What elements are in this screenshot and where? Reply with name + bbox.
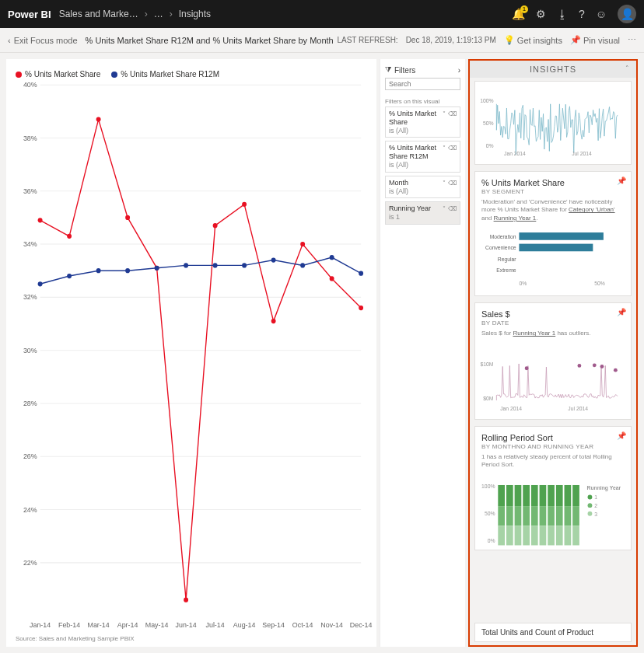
chevron-down-icon: ˅ — [443, 110, 446, 118]
filter-item[interactable]: Running Yearis 1˅⌫ — [385, 201, 460, 225]
help-icon[interactable]: ? — [579, 8, 585, 20]
svg-text:Jul 2014: Jul 2014 — [568, 405, 588, 410]
line-chart[interactable]: 40%38%36%34%32%30%28%26%24%22%Jan-14Feb-… — [16, 82, 369, 632]
notifications-icon[interactable]: 🔔1 — [512, 8, 525, 20]
insight-card-footer[interactable]: Total Units and Count of Product — [474, 623, 632, 642]
svg-point-118 — [588, 512, 593, 516]
svg-rect-83 — [506, 485, 513, 506]
get-insights-button[interactable]: 💡Get insights — [504, 35, 562, 45]
svg-rect-85 — [506, 526, 513, 546]
breadcrumb-item[interactable]: Sales and Marke… — [59, 9, 138, 19]
legend-swatch-icon — [16, 72, 22, 78]
chart-legend: % Units Market Share % Units Market Shar… — [16, 70, 369, 79]
svg-text:Mar-14: Mar-14 — [88, 621, 110, 629]
legend-item: % Units Market Share — [16, 70, 100, 79]
chevron-right-icon: › — [170, 9, 173, 19]
svg-point-116 — [588, 504, 593, 508]
svg-rect-82 — [498, 526, 505, 546]
svg-point-33 — [67, 234, 72, 239]
svg-point-43 — [359, 306, 363, 310]
breadcrumb-item[interactable]: … — [154, 9, 163, 19]
pin-icon[interactable]: 📌 — [617, 176, 626, 185]
breadcrumb-item[interactable]: Insights — [179, 9, 211, 19]
svg-rect-100 — [548, 526, 555, 546]
svg-point-38 — [213, 223, 218, 228]
insight-card[interactable]: 100%50%0%Jan 2014Jul 2014 — [474, 81, 632, 165]
svg-point-54 — [330, 255, 334, 260]
svg-point-39 — [242, 202, 247, 207]
pin-icon: 📌 — [570, 35, 581, 45]
svg-text:30%: 30% — [23, 347, 37, 354]
legend-item: % Units Market Share R12M — [111, 70, 219, 79]
eraser-icon[interactable]: ⌫ — [448, 145, 457, 152]
svg-rect-80 — [498, 485, 505, 506]
card-title: % Units Market Share — [481, 178, 625, 187]
svg-text:1: 1 — [594, 495, 597, 501]
svg-point-47 — [125, 268, 130, 273]
svg-point-71 — [525, 366, 529, 370]
svg-rect-63 — [519, 244, 593, 252]
download-icon[interactable]: ⭳ — [557, 8, 568, 20]
exit-focus-button[interactable]: ‹Exit Focus mode — [8, 36, 78, 45]
pin-visual-button[interactable]: 📌Pin visual — [570, 35, 620, 45]
svg-rect-109 — [572, 526, 579, 546]
insights-panel: INSIGHTS ˄ 100%50%0%Jan 2014Jul 2014 📌 %… — [468, 59, 638, 647]
pin-icon[interactable]: 📌 — [617, 431, 626, 440]
svg-point-55 — [359, 271, 363, 276]
svg-rect-99 — [548, 506, 555, 526]
svg-point-37 — [184, 598, 188, 602]
svg-text:32%: 32% — [23, 293, 37, 301]
svg-text:Running Year: Running Year — [587, 485, 621, 491]
svg-point-74 — [600, 365, 604, 368]
eraser-icon[interactable]: ⌫ — [448, 205, 457, 213]
svg-rect-91 — [523, 526, 530, 546]
svg-text:Extreme: Extreme — [496, 268, 516, 274]
eraser-icon[interactable]: ⌫ — [448, 180, 457, 187]
svg-text:Jul-14: Jul-14 — [206, 621, 225, 629]
filter-item[interactable]: Monthis (All)˅⌫ — [385, 176, 460, 199]
mini-bar-chart: ModerationConvenienceRegularExtreme0%50% — [481, 227, 625, 289]
svg-text:May-14: May-14 — [145, 621, 169, 629]
svg-text:24%: 24% — [23, 505, 37, 513]
avatar[interactable]: 👤 — [618, 5, 636, 23]
svg-point-48 — [155, 266, 159, 271]
settings-icon[interactable]: ⚙ — [536, 8, 546, 20]
svg-text:38%: 38% — [23, 134, 37, 141]
svg-rect-96 — [540, 506, 547, 526]
chevron-left-icon: ‹ — [8, 36, 11, 45]
svg-rect-94 — [531, 526, 538, 546]
svg-point-75 — [614, 368, 618, 372]
insight-card[interactable]: 📌 Rolling Period Sort BY MONTHNO AND RUN… — [474, 426, 632, 551]
svg-point-46 — [96, 268, 101, 273]
svg-rect-104 — [565, 485, 572, 506]
insight-card[interactable]: 📌 Sales $ BY DATE Sales $ for Running Ye… — [474, 302, 632, 419]
svg-rect-87 — [515, 506, 522, 526]
svg-text:0%: 0% — [519, 281, 527, 286]
card-description: 1 has a relatively steady percent of tot… — [481, 453, 625, 470]
svg-point-50 — [213, 263, 218, 267]
card-subtitle: BY DATE — [481, 320, 625, 326]
svg-point-41 — [300, 242, 305, 246]
chevron-down-icon: ˅ — [443, 180, 446, 187]
svg-rect-102 — [556, 506, 563, 526]
card-subtitle: BY SEGMENT — [481, 188, 625, 195]
filter-item[interactable]: % Units Market Share R12Mis (All)˅⌫ — [385, 141, 460, 172]
insights-header[interactable]: INSIGHTS ˄ — [470, 61, 636, 78]
filter-item[interactable]: % Units Market Shareis (All)˅⌫ — [385, 107, 460, 138]
more-icon[interactable]: ⋯ — [628, 35, 636, 45]
eraser-icon[interactable]: ⌫ — [448, 110, 457, 118]
feedback-icon[interactable]: ☺ — [596, 8, 607, 20]
svg-point-51 — [242, 263, 247, 267]
insights-body[interactable]: 100%50%0%Jan 2014Jul 2014 📌 % Units Mark… — [470, 78, 636, 623]
filters-header[interactable]: ⧩Filters › — [385, 65, 460, 75]
insight-card[interactable]: 📌 % Units Market Share BY SEGMENT 'Moder… — [474, 171, 632, 296]
top-bar: Power BI Sales and Marke… › … › Insights… — [0, 0, 644, 28]
svg-rect-88 — [515, 526, 522, 546]
mini-line-chart: $10M$0MJan 2014Jul 2014 — [481, 343, 625, 413]
svg-text:0%: 0% — [488, 538, 495, 543]
filter-search-input[interactable] — [385, 78, 460, 90]
chevron-up-icon: ˄ — [625, 65, 630, 72]
svg-point-34 — [96, 117, 101, 121]
svg-rect-93 — [531, 506, 538, 526]
pin-icon[interactable]: 📌 — [617, 308, 626, 316]
